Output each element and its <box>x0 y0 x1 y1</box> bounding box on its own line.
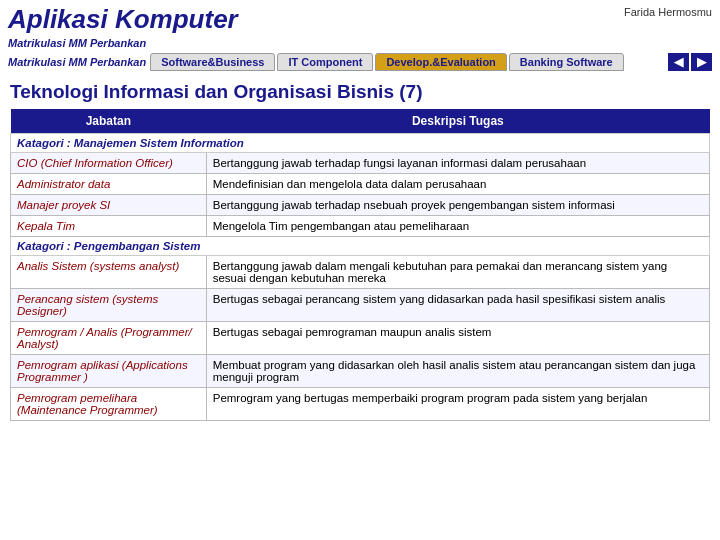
table-row-jabatan: CIO (Chief Information Officer) <box>11 153 207 174</box>
tab-it-component[interactable]: IT Component <box>277 53 373 71</box>
nav-bar: Matrikulasi MM Perbankan Software&Busine… <box>0 51 720 75</box>
app-title: Aplikasi Komputer <box>8 4 238 35</box>
table-row-jabatan: Kepala Tim <box>11 216 207 237</box>
author-label: Farida Hermosmu <box>624 4 712 18</box>
main-content: Jabatan Deskripsi Tugas Katagori : Manaj… <box>0 109 720 427</box>
table-row-jabatan: Analis Sistem (systems analyst) <box>11 256 207 289</box>
table-row-deskripsi: Bertugas sebagai pemrograman maupun anal… <box>206 322 709 355</box>
table-row-deskripsi: Bertanggung jawab terhadap fungsi layana… <box>206 153 709 174</box>
nav-arrows: ◀ ▶ <box>668 53 712 71</box>
table-row-jabatan: Pemrogram / Analis (Programmer/ Analyst) <box>11 322 207 355</box>
col-deskripsi-header: Deskripsi Tugas <box>206 109 709 134</box>
matrikulasi-nav-label: Matrikulasi MM Perbankan <box>8 56 146 68</box>
arrow-left-button[interactable]: ◀ <box>668 53 689 71</box>
col-jabatan-header: Jabatan <box>11 109 207 134</box>
table-row-deskripsi: Bertanggung jawab dalam mengali kebutuha… <box>206 256 709 289</box>
tab-develop-evaluation[interactable]: Develop.&Evaluation <box>375 53 506 71</box>
subtitle-label: Matrikulasi MM Perbankan <box>8 37 146 49</box>
tab-banking-software[interactable]: Banking Software <box>509 53 624 71</box>
table-row-deskripsi: Mengelola Tim pengembangan atau pemeliha… <box>206 216 709 237</box>
info-table: Jabatan Deskripsi Tugas Katagori : Manaj… <box>10 109 710 421</box>
table-row-deskripsi: Bertanggung jawab terhadap nsebuah proye… <box>206 195 709 216</box>
category-row: Katagori : Pengembangan Sistem <box>11 237 710 256</box>
table-row-jabatan: Administrator data <box>11 174 207 195</box>
table-row-deskripsi: Mendefinisian dan mengelola data dalam p… <box>206 174 709 195</box>
table-row-deskripsi: Bertugas sebagai perancang sistem yang d… <box>206 289 709 322</box>
tab-software-business[interactable]: Software&Business <box>150 53 275 71</box>
category-row: Katagori : Manajemen Sistem Information <box>11 134 710 153</box>
arrow-right-button[interactable]: ▶ <box>691 53 712 71</box>
table-row-jabatan: Pemrogram aplikasi (Applications Program… <box>11 355 207 388</box>
table-row-deskripsi: Pemrogram yang bertugas memperbaiki prog… <box>206 388 709 421</box>
table-row-jabatan: Manajer proyek SI <box>11 195 207 216</box>
table-row-jabatan: Perancang sistem (systems Designer) <box>11 289 207 322</box>
table-row-deskripsi: Membuat program yang didasarkan oleh has… <box>206 355 709 388</box>
table-row-jabatan: Pemrogram pemelihara (Maintenance Progra… <box>11 388 207 421</box>
header: Aplikasi Komputer Matrikulasi MM Perbank… <box>0 0 720 51</box>
page-heading: Teknologi Informasi dan Organisasi Bisni… <box>0 75 720 109</box>
